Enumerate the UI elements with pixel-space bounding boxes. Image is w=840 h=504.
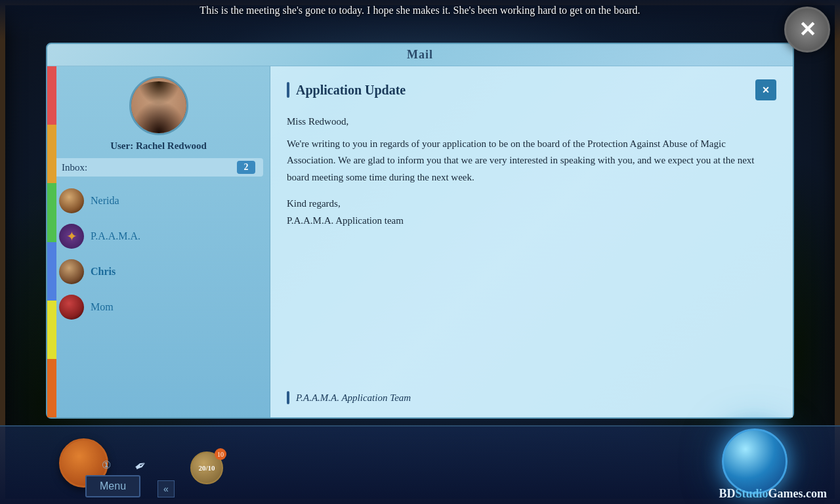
stripe-green xyxy=(47,183,56,242)
stripe-yellow xyxy=(47,301,56,359)
scroll-indicator: ① xyxy=(102,459,111,471)
nav-arrows: « xyxy=(158,480,175,497)
counter-wrapper-1: 20/10 10 xyxy=(190,452,223,484)
email-greeting: Miss Redwood, xyxy=(287,114,776,131)
email-body: Miss Redwood, We're writing to you in re… xyxy=(287,114,776,381)
email-closing-1: Kind regards, xyxy=(287,196,776,213)
watermark-games: Games.com xyxy=(768,487,827,500)
color-stripe xyxy=(47,66,56,417)
close-x-icon: ✕ xyxy=(799,19,816,40)
subtitle-text: This is the meeting she's gone to today.… xyxy=(200,3,640,18)
counter-badge-1: 10 xyxy=(215,448,226,460)
stripe-amber xyxy=(47,359,56,417)
contact-name-nerida: Nerida xyxy=(91,195,119,207)
stripe-blue xyxy=(47,242,56,301)
nav-back-button[interactable]: « xyxy=(158,480,175,497)
mail-title: Mail xyxy=(47,44,793,66)
subject-accent xyxy=(287,82,289,98)
item-counters: 20/10 10 xyxy=(190,452,223,484)
contact-avatar-mom xyxy=(59,295,84,320)
inbox-bar: Inbox: 2 xyxy=(54,158,263,177)
contact-item-nerida[interactable]: Nerida xyxy=(54,184,263,217)
email-subject-bar: Application Update xyxy=(287,82,406,98)
email-close-button[interactable]: × xyxy=(755,79,776,100)
watermark: BDStudioGames.com xyxy=(719,487,827,501)
stripe-red xyxy=(47,66,56,125)
email-closing-2: P.A.A.M.A. Application team xyxy=(287,213,776,230)
inbox-label: Inbox: xyxy=(62,162,87,173)
avatar-face xyxy=(131,78,186,133)
email-main-body: We're writing to you in regards of your … xyxy=(287,136,776,186)
stripe-orange xyxy=(47,125,56,183)
menu-button[interactable]: Menu xyxy=(85,475,140,497)
top-bar: This is the meeting she's gone to today.… xyxy=(0,0,840,39)
sender-bar: P.A.A.M.A. Application Team xyxy=(287,381,776,404)
mail-sidebar: User: Rachel Redwood Inbox: 2 Nerida P.A… xyxy=(47,66,270,417)
contact-name-chris: Chris xyxy=(91,266,116,278)
close-game-button[interactable]: ✕ xyxy=(784,7,830,52)
contact-item-chris[interactable]: Chris xyxy=(54,255,263,288)
email-header: Application Update × xyxy=(287,79,776,104)
mail-panel: Mail User: Rachel Redwood Inbox xyxy=(46,43,794,419)
contact-item-paama[interactable]: P.A.A.M.A. xyxy=(54,220,263,253)
contact-avatar-nerida xyxy=(59,188,84,213)
blue-orb-button[interactable] xyxy=(722,429,788,494)
contact-avatar-paama xyxy=(59,224,84,249)
contact-list: Nerida P.A.A.M.A. Chris Mom xyxy=(54,184,263,324)
contact-name-mom: Mom xyxy=(91,301,114,313)
contact-name-paama: P.A.A.M.A. xyxy=(91,230,140,242)
watermark-bd: BD xyxy=(719,487,735,500)
inbox-count-badge: 2 xyxy=(237,161,255,174)
watermark-studio: Studio xyxy=(735,487,768,500)
contact-avatar-chris xyxy=(59,259,84,284)
user-name-label: User: Rachel Redwood xyxy=(110,140,207,152)
mail-body: User: Rachel Redwood Inbox: 2 Nerida P.A… xyxy=(47,66,793,417)
email-subject-text: Application Update xyxy=(296,83,406,98)
sender-accent xyxy=(287,391,289,404)
contact-item-mom[interactable]: Mom xyxy=(54,291,263,324)
counter-value-1: 20/10 xyxy=(198,464,215,472)
email-content-area: Application Update × Miss Redwood, We're… xyxy=(270,66,793,417)
user-avatar xyxy=(129,76,188,135)
sender-name: P.A.A.M.A. Application Team xyxy=(296,392,411,404)
